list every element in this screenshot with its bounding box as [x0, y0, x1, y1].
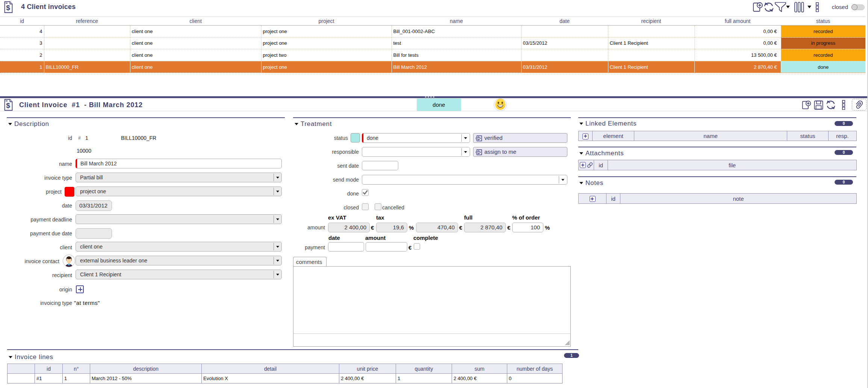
svg-text:$: $ [6, 102, 10, 109]
svg-text:$: $ [6, 4, 10, 12]
